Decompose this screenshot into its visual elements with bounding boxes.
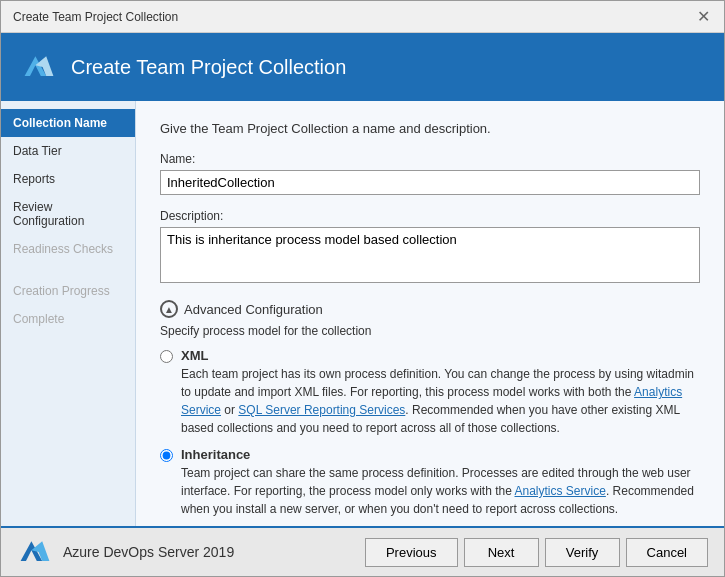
xml-label: XML bbox=[181, 348, 700, 363]
footer-buttons: Previous Next Verify Cancel bbox=[365, 538, 708, 567]
xml-radio[interactable] bbox=[160, 350, 173, 363]
footer: Azure DevOps Server 2019 Previous Next V… bbox=[1, 526, 724, 576]
main-content: Give the Team Project Collection a name … bbox=[136, 101, 724, 526]
sql-reporting-link[interactable]: SQL Server Reporting Services bbox=[238, 403, 405, 417]
sidebar-item-readiness-checks: Readiness Checks bbox=[1, 235, 135, 263]
analytics-service-link-inheritance[interactable]: Analytics Service bbox=[515, 484, 606, 498]
xml-description: Each team project has its own process de… bbox=[181, 365, 700, 437]
xml-desc-text-2: or bbox=[221, 403, 238, 417]
footer-azure-icon bbox=[17, 534, 53, 570]
sidebar-item-collection-name[interactable]: Collection Name bbox=[1, 109, 135, 137]
content-area: Collection Name Data Tier Reports Review… bbox=[1, 101, 724, 526]
advanced-toggle-label: Advanced Configuration bbox=[184, 302, 323, 317]
previous-button[interactable]: Previous bbox=[365, 538, 458, 567]
name-input[interactable] bbox=[160, 170, 700, 195]
inheritance-option: Inheritance Team project can share the s… bbox=[160, 447, 700, 518]
inheritance-radio[interactable] bbox=[160, 449, 173, 462]
header-icon bbox=[21, 49, 57, 85]
inheritance-description: Team project can share the same process … bbox=[181, 464, 700, 518]
inheritance-label: Inheritance bbox=[181, 447, 700, 462]
xml-desc-text-1: Each team project has its own process de… bbox=[181, 367, 694, 399]
xml-option: XML Each team project has its own proces… bbox=[160, 348, 700, 437]
toggle-circle-icon: ▲ bbox=[160, 300, 178, 318]
inheritance-radio-group: Inheritance Team project can share the s… bbox=[160, 447, 700, 518]
header-banner: Create Team Project Collection bbox=[1, 33, 724, 101]
sidebar-item-complete: Complete bbox=[1, 305, 135, 333]
xml-content: XML Each team project has its own proces… bbox=[181, 348, 700, 437]
sidebar-item-data-tier[interactable]: Data Tier bbox=[1, 137, 135, 165]
sidebar: Collection Name Data Tier Reports Review… bbox=[1, 101, 136, 526]
footer-brand-area: Azure DevOps Server 2019 bbox=[17, 534, 234, 570]
header-title: Create Team Project Collection bbox=[71, 56, 346, 79]
advanced-desc: Specify process model for the collection bbox=[160, 324, 700, 338]
next-button[interactable]: Next bbox=[464, 538, 539, 567]
name-label: Name: bbox=[160, 152, 700, 166]
description-label: Description: bbox=[160, 209, 700, 223]
title-bar: Create Team Project Collection ✕ bbox=[1, 1, 724, 33]
main-instruction: Give the Team Project Collection a name … bbox=[160, 121, 700, 136]
advanced-section: ▲ Advanced Configuration Specify process… bbox=[160, 300, 700, 526]
cancel-button[interactable]: Cancel bbox=[626, 538, 708, 567]
description-field-group: Description: This is inheritance process… bbox=[160, 209, 700, 286]
verify-button[interactable]: Verify bbox=[545, 538, 620, 567]
advanced-toggle[interactable]: ▲ Advanced Configuration bbox=[160, 300, 700, 318]
xml-radio-group: XML Each team project has its own proces… bbox=[160, 348, 700, 437]
window-title: Create Team Project Collection bbox=[13, 10, 178, 24]
main-window: Create Team Project Collection ✕ Create … bbox=[0, 0, 725, 577]
close-button[interactable]: ✕ bbox=[694, 8, 712, 26]
footer-brand-text: Azure DevOps Server 2019 bbox=[63, 544, 234, 560]
description-textarea[interactable]: This is inheritance process model based … bbox=[160, 227, 700, 283]
sidebar-item-creation-progress: Creation Progress bbox=[1, 277, 135, 305]
sidebar-item-reports[interactable]: Reports bbox=[1, 165, 135, 193]
name-field-group: Name: bbox=[160, 152, 700, 195]
inheritance-content: Inheritance Team project can share the s… bbox=[181, 447, 700, 518]
chevron-up-icon: ▲ bbox=[164, 304, 174, 315]
sidebar-item-review-configuration[interactable]: Review Configuration bbox=[1, 193, 135, 235]
